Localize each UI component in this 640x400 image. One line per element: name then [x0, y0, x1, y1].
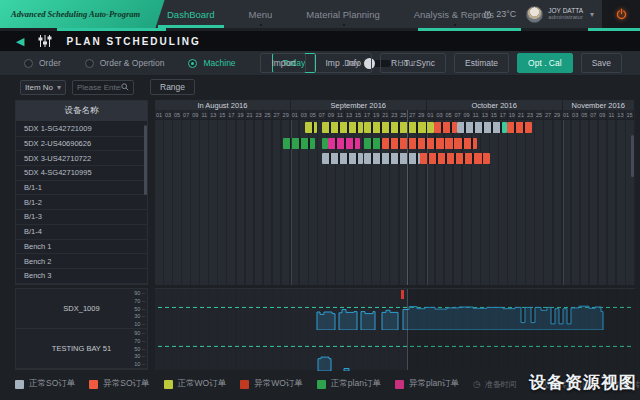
day-header-cell: 19 — [372, 110, 381, 119]
legend-color-box — [15, 380, 24, 389]
sliders-icon — [38, 35, 52, 47]
gantt-bar-green[interactable] — [364, 138, 382, 149]
day-header-cell: 11 — [472, 110, 481, 119]
radio-circle — [24, 59, 33, 68]
temperature-indicator: 23°C — [483, 9, 516, 19]
machine-panel-header: 设备名称 — [16, 101, 147, 122]
estimate-button[interactable]: Estimate — [454, 53, 509, 73]
nav-indicator-dot — [260, 24, 262, 26]
nav-item-menu[interactable]: Menu — [232, 0, 290, 28]
machine-list-item[interactable]: 5DX 2-US40690626 — [16, 137, 147, 152]
gantt-bar-silver[interactable] — [364, 153, 420, 164]
axis-tick-label: 10 — [134, 321, 145, 327]
legend-item: 正常WO订单 — [164, 378, 227, 390]
day-header-cell: 05 — [580, 110, 589, 119]
load-row-label: TESTING BAY 519070503010 — [16, 329, 147, 369]
radio-circle — [188, 59, 197, 68]
gantt-bar-red[interactable] — [507, 122, 532, 133]
legend-label: 异常plan订单 — [409, 378, 459, 390]
gantt-bar-yellow[interactable] — [322, 122, 363, 133]
search-icon[interactable] — [121, 83, 129, 91]
day-header-cell: 07 — [182, 110, 191, 119]
toolbar-actions: ImportImp . InfoR . T . SyncEstimateOpt … — [260, 53, 622, 73]
load-series — [361, 312, 375, 330]
save-button[interactable]: Save — [581, 53, 622, 73]
mode-radio-order[interactable]: Order — [24, 58, 61, 68]
gantt-month-header: In August 2016September 2016October 2016… — [155, 100, 635, 110]
gantt-bar-silver[interactable] — [322, 153, 363, 164]
mode-radio-machine[interactable]: Machine — [188, 58, 235, 68]
day-header-cell: 05 — [173, 110, 182, 119]
load-row-ticks: 9070503010 — [134, 290, 145, 327]
gantt-bar-red[interactable] — [382, 138, 477, 149]
top-header: Advanced Scheduling Auto-Program DashBoa… — [0, 0, 640, 28]
gantt-bar-yellow[interactable] — [305, 122, 317, 133]
temperature-value: 23°C — [496, 9, 516, 19]
gantt-day-header: 0103050709111315171921232527290103050709… — [155, 110, 635, 120]
machine-panel: 设备名称 5DX 1-SG427210095DX 2-US406906265DX… — [15, 100, 148, 285]
page-title: PLAN STCHEDULING — [66, 36, 200, 47]
axis-tick-label: 50 — [134, 306, 145, 312]
machine-list-item[interactable]: Bench 3 — [16, 269, 147, 284]
nav-item-dashboard[interactable]: DashBoard — [150, 0, 232, 28]
user-role: administrator — [548, 14, 583, 22]
day-header-cell: 25 — [535, 110, 544, 119]
gantt-bar-green[interactable] — [283, 138, 315, 149]
nav-item-material-planning[interactable]: Material Planning — [289, 0, 396, 28]
legend-item: 异常plan订单 — [395, 378, 459, 390]
month-boundary-line — [563, 120, 564, 285]
machine-list-item[interactable]: Bench 1 — [16, 240, 147, 255]
search-input[interactable] — [77, 83, 121, 92]
gantt-bar-red[interactable] — [420, 153, 490, 164]
gantt-body — [155, 120, 635, 285]
back-button[interactable]: ◀ — [16, 35, 24, 48]
user-menu[interactable]: JOY DATTA administrator ▾ — [526, 6, 594, 23]
machine-list-item[interactable]: B/1-3 — [16, 210, 147, 225]
gantt-bar-magenta[interactable] — [328, 138, 360, 149]
load-row-name: SDX_1009 — [63, 304, 99, 313]
r-t-sync-button[interactable]: R . T . Sync — [380, 53, 446, 73]
day-header-cell: 13 — [616, 110, 625, 119]
filter-bar: Item No ▾ Range — [0, 76, 640, 98]
import-button[interactable]: Import — [260, 53, 306, 73]
day-header-cell: 29 — [553, 110, 562, 119]
machine-list-item[interactable]: 5DX 3-US42710722 — [16, 151, 147, 166]
now-line — [407, 110, 408, 285]
item-no-select[interactable]: Item No ▾ — [20, 80, 66, 95]
machine-list-item[interactable]: B/1-1 — [16, 181, 147, 196]
day-header-cell: 13 — [209, 110, 218, 119]
machine-panel-scrollbar[interactable] — [144, 125, 147, 195]
load-series — [318, 357, 331, 371]
range-button[interactable]: Range — [150, 79, 195, 95]
machine-list-item[interactable]: B/1-2 — [16, 195, 147, 210]
mode-radio-label: Order — [39, 58, 61, 68]
power-button[interactable] — [602, 0, 640, 28]
machine-list-item[interactable]: Bench 2 — [16, 254, 147, 269]
machine-list-item[interactable]: 5DX 4-SG42710995 — [16, 166, 147, 181]
opt-cal-button[interactable]: Opt . Cal — [517, 53, 573, 73]
watermark: 设备资源视图 — [529, 371, 637, 394]
day-header-cell: 09 — [327, 110, 336, 119]
machine-list-item[interactable]: B/1-4 — [16, 225, 147, 240]
gantt-bar-red[interactable] — [434, 122, 457, 133]
axis-tick-label: 70 — [134, 298, 145, 304]
day-header-cell: 05 — [309, 110, 318, 119]
chevron-down-icon[interactable]: ▾ — [590, 10, 594, 19]
day-header-cell: 23 — [255, 110, 264, 119]
day-header-cell: 19 — [236, 110, 245, 119]
gantt-bar-yellow[interactable] — [364, 122, 434, 133]
day-header-cell: 15 — [354, 110, 363, 119]
load-series — [344, 369, 349, 372]
day-header-cell: 11 — [336, 110, 345, 119]
imp-info-button[interactable]: Imp . Info — [314, 53, 371, 73]
day-header-cell: 21 — [381, 110, 390, 119]
gantt-scrollbar[interactable] — [631, 135, 634, 177]
main-nav: DashBoardMenuMaterial PlanningAnalysis &… — [150, 0, 511, 28]
machine-list-item[interactable]: 5DX 1-SG42721009 — [16, 122, 147, 137]
mode-radio-order-opertion[interactable]: Order & Opertion — [85, 58, 165, 68]
search-box[interactable] — [72, 80, 134, 95]
day-header-cell: 19 — [508, 110, 517, 119]
avatar[interactable] — [526, 6, 543, 23]
month-boundary-line — [427, 120, 428, 285]
gantt-bar-silver[interactable] — [457, 122, 502, 133]
